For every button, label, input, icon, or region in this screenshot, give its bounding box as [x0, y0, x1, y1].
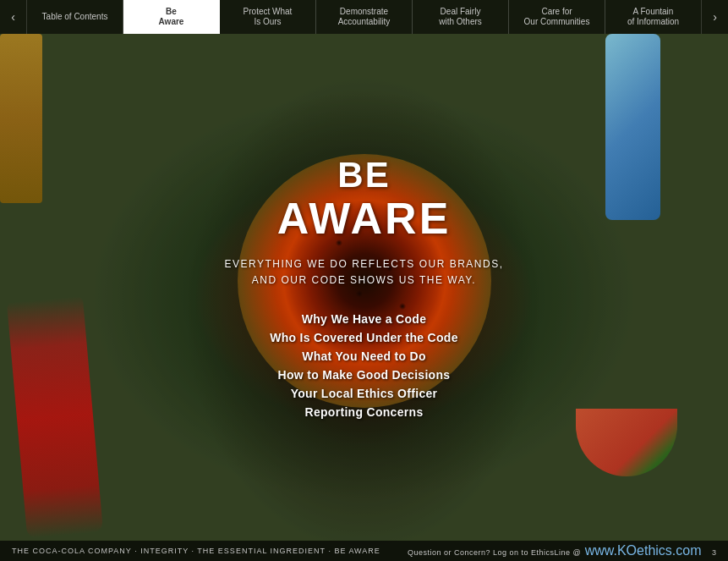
title-be: BE — [337, 156, 390, 195]
link-how-to-make-good-decisions[interactable]: How to Make Good Decisions — [278, 368, 451, 382]
footer-right-section: Question or Concern? Log on to EthicsLin… — [408, 543, 716, 558]
link-why-we-have-a-code[interactable]: Why We Have a Code — [302, 312, 427, 326]
nav-item-fountain[interactable]: A Fountainof Information — [605, 0, 701, 34]
nav-label-deal-fairly: Deal Fairlywith Others — [439, 7, 482, 27]
subtitle-line1: EVERYTHING WE DO REFLECTS OUR BRANDS, — [225, 258, 504, 270]
nav-label-demonstrate: DemonstrateAccountability — [338, 7, 391, 27]
footer-page-number: 3 — [712, 548, 716, 557]
nav-label-care-for-communities: Care forOur Communities — [524, 7, 590, 27]
link-who-is-covered[interactable]: Who Is Covered Under the Code — [270, 331, 458, 344]
footer-left-text: THE COCA-COLA COMPANY · INTEGRITY · THE … — [12, 547, 380, 555]
nav-item-deal-fairly[interactable]: Deal Fairlywith Others — [413, 0, 509, 34]
link-reporting-concerns[interactable]: Reporting Concerns — [305, 405, 424, 419]
subtitle-line2: AND OUR CODE SHOWS US THE WAY. — [252, 274, 476, 286]
link-what-you-need-to-do[interactable]: What You Need to Do — [302, 349, 426, 363]
footer-right-prefix: Question or Concern? Log on to EthicsLin… — [408, 548, 581, 557]
footer: THE COCA-COLA COMPANY · INTEGRITY · THE … — [0, 541, 728, 561]
title-aware: AWARE — [277, 195, 452, 243]
next-nav-arrow[interactable]: › — [701, 0, 728, 34]
footer-ethics-link[interactable]: www.KOethics.com — [585, 543, 702, 558]
next-arrow-icon: › — [713, 10, 717, 24]
nav-label-table-of-contents: Table of Contents — [42, 12, 108, 22]
nav-label-fountain: A Fountainof Information — [627, 7, 679, 27]
top-navbar: ‹ Table of Contents BeAware Protect What… — [0, 0, 728, 34]
nav-label-protect: Protect WhatIs Ours — [244, 7, 293, 27]
prev-arrow-icon: ‹ — [11, 10, 15, 24]
main-content: BE AWARE EVERYTHING WE DO REFLECTS OUR B… — [0, 34, 728, 541]
section-links: Why We Have a Code Who Is Covered Under … — [270, 312, 458, 419]
nav-item-care-for-communities[interactable]: Care forOur Communities — [509, 0, 605, 34]
nav-item-demonstrate[interactable]: DemonstrateAccountability — [316, 0, 413, 34]
nav-item-table-of-contents[interactable]: Table of Contents — [27, 0, 123, 34]
nav-items-container: Table of Contents BeAware Protect WhatIs… — [27, 0, 701, 34]
prev-nav-arrow[interactable]: ‹ — [0, 0, 27, 34]
nav-item-protect[interactable]: Protect WhatIs Ours — [220, 0, 316, 34]
nav-label-be-aware: BeAware — [159, 7, 184, 27]
subtitle: EVERYTHING WE DO REFLECTS OUR BRANDS, AN… — [225, 256, 504, 289]
link-your-local-ethics-officer[interactable]: Your Local Ethics Officer — [291, 387, 438, 400]
nav-item-be-aware[interactable]: BeAware — [123, 0, 220, 34]
